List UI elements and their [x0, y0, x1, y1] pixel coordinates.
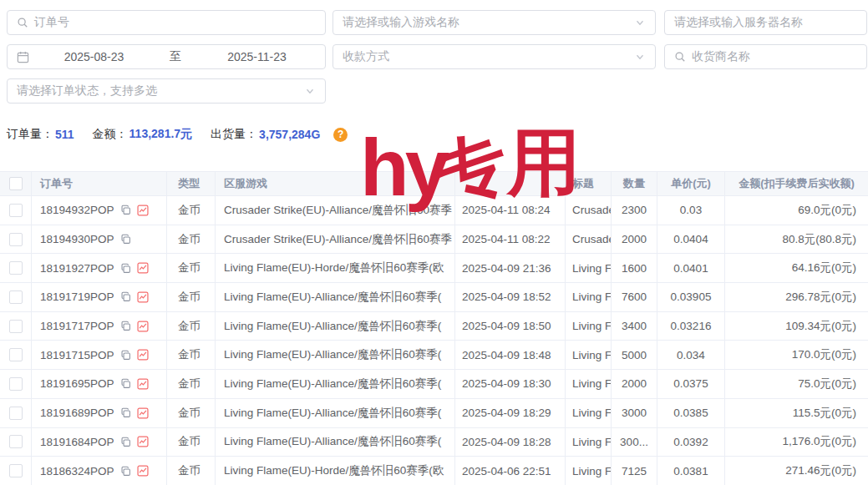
- unit-price: 0.03216: [657, 312, 725, 341]
- order-title: Living Fl: [566, 312, 612, 341]
- row-checkbox[interactable]: [9, 464, 23, 477]
- select-all-checkbox[interactable]: [9, 177, 23, 190]
- server-name-placeholder: 请选择或输入服务器名称: [674, 15, 803, 30]
- table-row: 18191695POP 金币 Living Flame(EU)-Alliance…: [0, 370, 868, 399]
- server-name-select[interactable]: 请选择或输入服务器名称: [664, 10, 867, 35]
- date-end-value[interactable]: 2025-11-23: [198, 50, 316, 63]
- payment-method-select[interactable]: 收款方式: [332, 44, 656, 69]
- chart-icon[interactable]: [137, 262, 149, 274]
- order-number: 18191715POP: [40, 349, 114, 361]
- column-header-order-no: 订单号: [32, 172, 167, 195]
- server-game: Living Flame(EU)-Horde/魔兽怀旧60赛季(欧: [216, 457, 455, 485]
- order-type: 金币: [167, 370, 216, 398]
- copy-icon[interactable]: [120, 437, 131, 447]
- chevron-down-icon: [634, 17, 646, 28]
- chart-icon[interactable]: [137, 291, 149, 303]
- row-checkbox[interactable]: [9, 320, 23, 333]
- quantity: 3400: [612, 312, 657, 341]
- order-status-placeholder: 请选择订单状态，支持多选: [17, 83, 157, 99]
- server-game: Living Flame(EU)-Alliance/魔兽怀旧60赛季(: [216, 428, 455, 457]
- order-type: 金币: [167, 225, 216, 254]
- order-type: 金币: [167, 312, 216, 341]
- copy-icon[interactable]: [120, 205, 131, 215]
- amount: 170.0元(0元): [725, 341, 868, 369]
- search-icon: [674, 51, 686, 63]
- row-checkbox[interactable]: [9, 348, 23, 361]
- search-icon: [17, 17, 28, 28]
- copy-icon[interactable]: [120, 378, 131, 389]
- order-title: Living Fl: [566, 399, 612, 427]
- server-game: Living Flame(EU)-Alliance/魔兽怀旧60赛季(: [216, 370, 455, 398]
- amount-label: 金额：: [93, 127, 128, 142]
- help-icon[interactable]: ?: [333, 128, 348, 142]
- chart-icon[interactable]: [137, 465, 149, 477]
- row-checkbox[interactable]: [9, 204, 23, 217]
- order-title: Crusader: [566, 196, 612, 225]
- order-count-label: 订单量：: [7, 127, 53, 142]
- date-start-value[interactable]: 2025-08-23: [35, 50, 153, 63]
- unit-price: 0.03905: [657, 283, 725, 311]
- amount: 80.8元(80.8元): [725, 225, 868, 254]
- copy-icon[interactable]: [120, 263, 131, 274]
- unit-price: 0.0401: [657, 254, 725, 282]
- copy-icon[interactable]: [120, 291, 131, 302]
- amount: 64.16元(0元): [725, 254, 868, 282]
- order-number: 18191927POP: [40, 262, 114, 275]
- copy-icon[interactable]: [120, 234, 131, 245]
- column-header-unit-price: 单价(元): [657, 172, 725, 195]
- order-number: 18191695POP: [40, 377, 114, 390]
- chart-icon[interactable]: [137, 349, 149, 361]
- copy-icon[interactable]: [120, 350, 131, 361]
- chevron-down-icon: [304, 85, 316, 97]
- row-checkbox[interactable]: [9, 233, 23, 246]
- chart-icon[interactable]: [137, 407, 149, 419]
- unit-price: 0.03: [657, 196, 725, 225]
- payment-method-placeholder: 收款方式: [343, 49, 389, 64]
- unit-price: 0.0404: [657, 225, 725, 254]
- chart-icon[interactable]: [137, 321, 149, 332]
- order-time: 2025-04-09 18:28: [455, 428, 566, 457]
- chart-icon[interactable]: [137, 436, 149, 447]
- unit-price: 0.034: [657, 341, 725, 369]
- column-header-title: 标题: [566, 172, 612, 195]
- amount: 1,176.0元(0元): [725, 428, 868, 457]
- chevron-down-icon: [634, 51, 646, 63]
- order-time: 2025-04-06 22:51: [455, 457, 566, 485]
- order-title: Living Fl: [566, 370, 612, 398]
- order-number: 18186324POP: [40, 465, 114, 477]
- chart-icon[interactable]: [137, 205, 149, 216]
- row-checkbox[interactable]: [9, 435, 23, 448]
- game-name-placeholder: 请选择或输入游戏名称: [343, 15, 459, 30]
- chart-icon[interactable]: [137, 378, 149, 390]
- order-type: 金币: [167, 254, 216, 282]
- quantity: 5000: [612, 341, 657, 369]
- order-number-search-input[interactable]: 订单号: [7, 10, 326, 35]
- quantity: 7125: [612, 457, 657, 485]
- order-time: 2025-04-11 08:22: [455, 225, 566, 254]
- row-checkbox[interactable]: [9, 290, 23, 304]
- merchant-name-search-input[interactable]: 收货商名称: [664, 44, 867, 69]
- order-type: 金币: [167, 428, 216, 457]
- order-number: 18194932POP: [40, 204, 114, 216]
- copy-icon[interactable]: [120, 466, 131, 477]
- merchant-name-placeholder: 收货商名称: [692, 49, 750, 64]
- table-row: 18191719POP 金币 Living Flame(EU)-Alliance…: [0, 283, 868, 312]
- row-checkbox[interactable]: [9, 261, 23, 275]
- quantity: 3000: [612, 399, 657, 427]
- row-checkbox[interactable]: [9, 407, 23, 420]
- copy-icon[interactable]: [120, 407, 131, 418]
- amount: 271.46元(0元): [725, 457, 868, 485]
- column-header-time: [455, 172, 566, 195]
- table-row: 18191717POP 金币 Living Flame(EU)-Alliance…: [0, 312, 868, 341]
- game-name-select[interactable]: 请选择或输入游戏名称: [332, 10, 656, 35]
- copy-icon[interactable]: [120, 321, 131, 331]
- quantity: 1600: [612, 254, 657, 282]
- unit-price: 0.0375: [657, 370, 725, 398]
- order-title: Crusader: [566, 225, 612, 254]
- date-range-picker[interactable]: 2025-08-23 至 2025-11-23: [7, 44, 326, 69]
- orders-table: 订单号 类型 区服游戏 标题 数量 单价(元) 金额(扣手续费后实收额) 181…: [0, 171, 868, 485]
- order-status-multiselect[interactable]: 请选择订单状态，支持多选: [7, 78, 326, 104]
- order-type: 金币: [167, 341, 216, 369]
- row-checkbox[interactable]: [9, 377, 23, 391]
- order-title: Living Fl: [566, 254, 612, 282]
